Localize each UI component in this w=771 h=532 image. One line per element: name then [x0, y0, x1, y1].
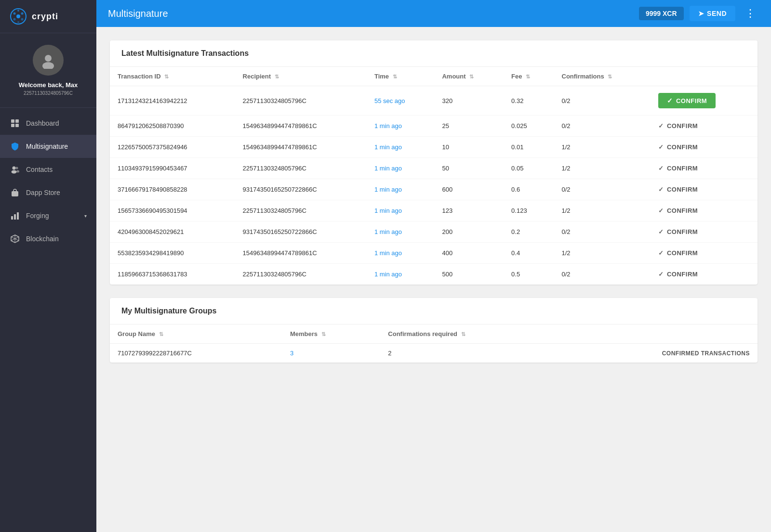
confirmed-transactions-button[interactable]: CONFIRMED TRANSACTIONS	[662, 350, 750, 357]
tx-time: 1 min ago	[367, 116, 435, 137]
transactions-card-header: Latest Multisignature Transactions	[110, 40, 758, 67]
bag-icon	[10, 187, 20, 198]
svg-rect-10	[11, 119, 14, 123]
sidebar-item-dashboard[interactable]: Dashboard	[0, 112, 96, 135]
shield-icon	[10, 141, 20, 152]
confirm-link[interactable]: ✓ CONFIRM	[658, 165, 750, 172]
tx-time: 1 min ago	[367, 200, 435, 221]
svg-rect-18	[12, 191, 18, 196]
sidebar-item-dapp-store-label: Dapp Store	[26, 189, 87, 196]
tx-time: 1 min ago	[367, 264, 435, 285]
sidebar: crypti Welcome back, Max 225711303248057…	[0, 0, 96, 532]
sidebar-nav: Dashboard Multisignature Contacts Dapp S…	[0, 108, 96, 532]
col-amount: Amount ⇅	[434, 67, 504, 86]
col-members: Members ⇅	[282, 324, 380, 344]
confirm-link[interactable]: ✓ CONFIRM	[658, 122, 750, 130]
grid-icon	[10, 118, 20, 129]
col-group-action	[559, 324, 758, 344]
tx-amount: 10	[434, 137, 504, 158]
svg-point-17	[16, 170, 19, 173]
transactions-card: Latest Multisignature Transactions Trans…	[110, 40, 758, 285]
tx-time: 55 sec ago	[367, 86, 435, 116]
col-confirmations: Confirmations ⇅	[554, 67, 651, 86]
balance-badge: 9999 XCR	[639, 7, 684, 20]
sidebar-item-multisignature[interactable]: Multisignature	[0, 135, 96, 158]
tx-fee: 0.5	[504, 264, 554, 285]
tx-fee: 0.123	[504, 200, 554, 221]
sidebar-item-contacts[interactable]: Contacts	[0, 158, 96, 181]
tx-amount: 50	[434, 158, 504, 179]
sidebar-item-forging-label: Forging	[26, 212, 82, 220]
col-fee: Fee ⇅	[504, 67, 554, 86]
groups-card: My Multisignature Groups Group Name ⇅ Me…	[110, 298, 758, 363]
confirmed-tx-cell: CONFIRMED TRANSACTIONS	[559, 344, 758, 363]
sidebar-logo: crypti	[0, 0, 96, 33]
tx-id: 8647912062508870390	[110, 116, 235, 137]
tx-amount: 25	[434, 116, 504, 137]
col-transaction-id: Transaction ID ⇅	[110, 67, 235, 86]
confirm-label: CONFIRM	[667, 165, 698, 172]
tx-fee: 0.32	[504, 86, 554, 116]
confirm-cell: ✓ CONFIRM	[651, 200, 758, 221]
tx-confirmations: 0/2	[554, 264, 651, 285]
svg-point-14	[13, 167, 16, 170]
svg-point-15	[12, 170, 17, 174]
tx-confirmations: 1/2	[554, 158, 651, 179]
svg-rect-20	[14, 214, 16, 220]
check-icon: ✓	[658, 186, 664, 193]
svg-rect-11	[15, 119, 19, 123]
sort-icon-confirmations: ⇅	[608, 74, 612, 80]
members-link[interactable]: 3	[290, 350, 293, 357]
confirm-cell: ✓ CONFIRM	[651, 86, 758, 116]
confirm-label: CONFIRM	[667, 186, 698, 193]
svg-rect-21	[17, 212, 19, 220]
confirm-cell: ✓ CONFIRM	[651, 116, 758, 137]
tx-id: 4204963008452029621	[110, 221, 235, 243]
table-row: 5538235934298419890 15496348994474789861…	[110, 243, 758, 264]
chevron-down-icon: ▾	[84, 213, 87, 219]
tx-amount: 200	[434, 221, 504, 243]
confirm-label: CONFIRM	[676, 97, 707, 104]
confirm-label: CONFIRM	[667, 143, 698, 151]
sidebar-item-dapp-store[interactable]: Dapp Store	[0, 181, 96, 204]
table-row: 11859663715368631783 22571130324805796C …	[110, 264, 758, 285]
tx-time: 1 min ago	[367, 179, 435, 200]
check-icon: ✓	[658, 249, 664, 257]
people-icon	[10, 164, 20, 175]
tx-id: 37166679178490858228	[110, 179, 235, 200]
more-menu-button[interactable]: ⋮	[741, 5, 759, 22]
tx-fee: 0.4	[504, 243, 554, 264]
confirm-link[interactable]: ✓ CONFIRM	[658, 143, 750, 151]
confirm-link[interactable]: ✓ CONFIRM	[658, 249, 750, 257]
sort-icon-conf-required: ⇅	[461, 331, 465, 337]
svg-point-16	[16, 167, 18, 169]
tx-recipient: 93174350165250722866C	[235, 179, 367, 200]
tx-amount: 123	[434, 200, 504, 221]
tx-amount: 400	[434, 243, 504, 264]
confirm-link[interactable]: ✓ CONFIRM	[658, 271, 750, 278]
sidebar-item-forging[interactable]: Forging ▾	[0, 204, 96, 227]
check-icon: ✓	[658, 207, 664, 214]
svg-point-7	[17, 21, 19, 23]
cube-icon	[10, 234, 20, 244]
sidebar-item-blockchain[interactable]: Blockchain	[0, 227, 96, 250]
svg-point-1	[16, 14, 20, 18]
confirm-cell: ✓ CONFIRM	[651, 137, 758, 158]
confirm-link[interactable]: ✓ CONFIRM	[658, 207, 750, 214]
group-confirmations-required: 2	[380, 344, 558, 363]
send-button[interactable]: ➤ SEND	[690, 6, 735, 21]
tx-recipient: 22571130324805796C	[235, 264, 367, 285]
avatar-icon	[40, 52, 57, 69]
svg-point-8	[45, 55, 52, 62]
confirm-link[interactable]: ✓ CONFIRM	[658, 228, 750, 235]
table-row: 12265750057375824946 1549634899447478986…	[110, 137, 758, 158]
topbar: Multisignature 9999 XCR ➤ SEND ⋮	[96, 0, 771, 27]
main-area: Multisignature 9999 XCR ➤ SEND ⋮ Latest …	[96, 0, 771, 532]
col-time: Time ⇅	[367, 67, 435, 86]
confirm-link[interactable]: ✓ CONFIRM	[658, 186, 750, 193]
table-row: 17131243214163942212 22571130324805796C …	[110, 86, 758, 116]
confirm-button[interactable]: ✓ CONFIRM	[658, 93, 716, 108]
table-row: 11034937915990453467 22571130324805796C …	[110, 158, 758, 179]
tx-confirmations: 0/2	[554, 116, 651, 137]
tx-confirmations: 0/2	[554, 179, 651, 200]
